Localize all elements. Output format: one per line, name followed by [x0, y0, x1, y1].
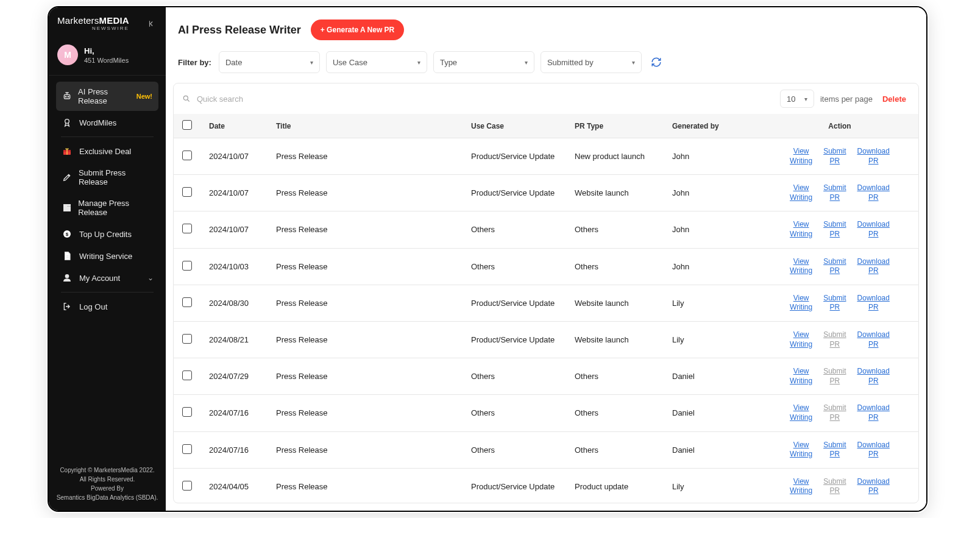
cell-type: Others — [566, 358, 664, 395]
sidebar-item-exclusive-deal[interactable]: Exclusive Deal — [56, 141, 158, 161]
view-writing-link[interactable]: ViewWriting — [790, 147, 812, 166]
submit-pr-link: SubmitPR — [823, 330, 846, 349]
sidebar-collapse[interactable] — [145, 17, 158, 30]
cell-date: 2024/07/29 — [200, 358, 268, 395]
pencil-icon — [62, 172, 73, 182]
download-pr-link[interactable]: DownloadPR — [857, 257, 890, 276]
sidebar-item-wordmiles[interactable]: WordMiles — [56, 112, 158, 133]
svg-point-3 — [65, 119, 69, 124]
refresh-icon[interactable] — [648, 54, 665, 71]
filter-type[interactable]: Type▾ — [433, 51, 534, 73]
generate-new-pr-button[interactable]: + Generate A New PR — [311, 19, 405, 40]
row-checkbox[interactable] — [182, 297, 192, 307]
filter-submitted-by[interactable]: Submitted by▾ — [541, 51, 642, 73]
submit-pr-link[interactable]: SubmitPR — [823, 147, 846, 166]
download-pr-link[interactable]: DownloadPR — [857, 294, 890, 313]
sidebar-item-my-account[interactable]: My Account⌄ — [56, 268, 158, 288]
row-checkbox[interactable] — [182, 261, 192, 271]
download-pr-link[interactable]: DownloadPR — [857, 477, 890, 496]
svg-point-14 — [183, 96, 188, 100]
download-pr-link[interactable]: DownloadPR — [857, 147, 890, 166]
cell-generated-by: Lily — [664, 285, 761, 321]
view-writing-link[interactable]: ViewWriting — [790, 220, 812, 239]
view-writing-link[interactable]: ViewWriting — [790, 403, 812, 422]
table-row: 2024/10/07Press ReleaseOthersOthersJohnV… — [174, 211, 918, 248]
cell-type: Website launch — [566, 321, 664, 358]
cell-title: Press Release — [268, 321, 463, 358]
download-pr-link[interactable]: DownloadPR — [857, 403, 890, 422]
cell-generated-by: Daniel — [664, 431, 761, 468]
new-badge: New! — [136, 93, 152, 100]
download-pr-link[interactable]: DownloadPR — [857, 367, 890, 386]
svg-text:$: $ — [66, 232, 69, 237]
cell-generated-by: John — [664, 248, 761, 285]
row-checkbox[interactable] — [182, 187, 192, 197]
delete-button[interactable]: Delete — [879, 92, 910, 106]
person-icon — [62, 273, 73, 283]
filter-by-label: Filter by: — [178, 58, 211, 67]
sidebar-item-label: Submit Press Release — [79, 168, 152, 186]
page-title: AI Press Release Writer — [178, 24, 301, 37]
submit-pr-link[interactable]: SubmitPR — [823, 294, 846, 313]
col-use: Use Case — [463, 114, 566, 138]
cell-title: Press Release — [268, 395, 463, 431]
select-all-checkbox[interactable] — [182, 120, 192, 130]
download-pr-link[interactable]: DownloadPR — [857, 220, 890, 239]
cell-type: Others — [566, 395, 664, 431]
submit-pr-link[interactable]: SubmitPR — [823, 441, 846, 459]
search-input[interactable] — [196, 94, 330, 104]
view-writing-link[interactable]: ViewWriting — [790, 330, 812, 349]
cell-generated-by: Lily — [664, 321, 761, 358]
view-writing-link[interactable]: ViewWriting — [790, 441, 812, 459]
download-pr-link[interactable]: DownloadPR — [857, 183, 890, 202]
view-writing-link[interactable]: ViewWriting — [790, 294, 812, 313]
sidebar-item-top-up-credits[interactable]: $Top Up Credits — [56, 224, 158, 244]
filter-use-case[interactable]: Use Case▾ — [326, 51, 427, 73]
filter-date[interactable]: Date▾ — [219, 51, 320, 73]
row-checkbox[interactable] — [182, 151, 192, 160]
svg-rect-7 — [64, 205, 67, 208]
row-checkbox[interactable] — [182, 407, 192, 417]
cell-date: 2024/10/03 — [200, 248, 268, 285]
cell-use: Product/Service Update — [463, 138, 566, 175]
table-row: 2024/07/16Press ReleaseOthersOthersDanie… — [174, 431, 918, 468]
view-writing-link[interactable]: ViewWriting — [790, 367, 812, 386]
sidebar-item-manage-press-release[interactable]: Manage Press Release — [56, 193, 158, 222]
sidebar-item-label: AI Press Release — [78, 87, 129, 105]
submit-pr-link[interactable]: SubmitPR — [823, 220, 846, 239]
sidebar-item-log-out[interactable]: Log Out — [56, 296, 158, 317]
view-writing-link[interactable]: ViewWriting — [790, 477, 812, 496]
robot-icon — [62, 91, 72, 101]
view-writing-link[interactable]: ViewWriting — [790, 183, 812, 202]
cell-date: 2024/07/16 — [200, 431, 268, 468]
submit-pr-link: SubmitPR — [823, 403, 846, 422]
grid-icon — [62, 203, 72, 213]
gift-icon — [62, 146, 73, 156]
sidebar-item-submit-press-release[interactable]: Submit Press Release — [56, 163, 158, 192]
col-type: PR Type — [566, 114, 664, 138]
sidebar-item-ai-press-release[interactable]: AI Press ReleaseNew! — [56, 82, 158, 111]
row-checkbox[interactable] — [182, 334, 192, 344]
download-pr-link[interactable]: DownloadPR — [857, 441, 890, 459]
user-block: M Hi, 451 WordMiles — [49, 37, 166, 76]
cell-type: Product update — [566, 468, 664, 503]
avatar: M — [57, 44, 78, 65]
cell-date: 2024/07/16 — [200, 395, 268, 431]
sidebar-item-writing-service[interactable]: Writing Service — [56, 246, 158, 266]
page-size-select[interactable]: 10▾ — [780, 90, 814, 108]
submit-pr-link[interactable]: SubmitPR — [823, 183, 846, 202]
submit-pr-link[interactable]: SubmitPR — [823, 257, 846, 276]
row-checkbox[interactable] — [182, 481, 192, 491]
download-pr-link[interactable]: DownloadPR — [857, 330, 890, 349]
row-checkbox[interactable] — [182, 370, 192, 380]
svg-rect-10 — [64, 208, 71, 211]
logout-icon — [62, 302, 73, 311]
cell-use: Others — [463, 211, 566, 248]
sidebar: MarketersMEDIA NEWSWIRE M Hi, 451 WordMi… — [49, 7, 166, 511]
cell-use: Others — [463, 395, 566, 431]
view-writing-link[interactable]: ViewWriting — [790, 257, 812, 276]
row-checkbox[interactable] — [182, 444, 192, 454]
cell-type: New product launch — [566, 138, 664, 175]
sidebar-item-label: Exclusive Deal — [79, 147, 131, 156]
row-checkbox[interactable] — [182, 224, 192, 233]
